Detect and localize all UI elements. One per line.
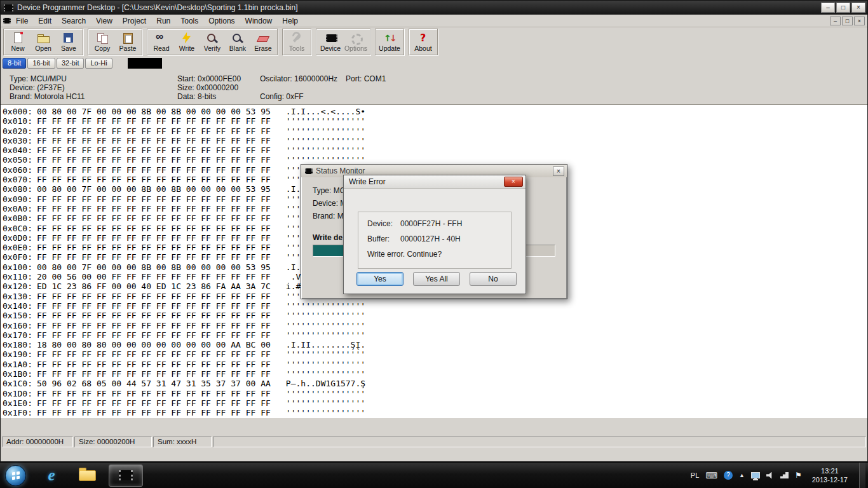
write-error-close-icon[interactable]: × <box>504 177 523 187</box>
hex-ascii: '''''''''''''''' <box>286 116 365 126</box>
hex-row[interactable]: 0x030:FF FF FF FF FF FF FF FF FF FF FF F… <box>3 136 867 146</box>
menu-item-tools[interactable]: Tools <box>175 15 203 27</box>
blank-button[interactable]: Blank <box>225 30 250 54</box>
mdi-restore-button[interactable]: □ <box>842 17 853 25</box>
verify-button[interactable]: Verify <box>200 30 225 54</box>
device-programmer-taskbar-button[interactable] <box>109 464 143 487</box>
paste-button[interactable]: Paste <box>115 30 140 54</box>
hex-bytes: FF FF FF FF FF FF FF FF FF FF FF FF FF F… <box>37 175 271 184</box>
info-line: Size: 0x00000200 <box>177 83 260 92</box>
hex-row[interactable]: 0x1F0:FF FF FF FF FF FF FF FF FF FF FF F… <box>3 408 867 417</box>
system-tray: PL ⌨ ? ▲ ⚑ 13:21 2013-12-17 <box>691 463 868 488</box>
write-error-title: Write Error <box>349 177 504 186</box>
menu-item-edit[interactable]: Edit <box>33 15 57 27</box>
menu-item-help[interactable]: Help <box>277 15 303 27</box>
explorer-taskbar-button[interactable] <box>69 463 105 488</box>
tab-16-bit[interactable]: 16-bit <box>27 58 55 69</box>
tab-8-bit[interactable]: 8-bit <box>3 58 26 69</box>
hex-ascii: '''''''''''''''' <box>286 330 365 340</box>
hex-row[interactable]: 0x140:FF FF FF FF FF FF FF FF FF FF FF F… <box>3 301 867 311</box>
open-button[interactable]: Open <box>31 30 56 54</box>
tab-32-bit[interactable]: 32-bit <box>57 58 85 69</box>
hex-address: 0x150: <box>3 311 37 320</box>
close-button[interactable]: × <box>851 3 865 13</box>
options-button[interactable]: Options <box>343 30 369 54</box>
menu-item-file[interactable]: File <box>11 15 33 27</box>
hex-row[interactable]: 0x040:FF FF FF FF FF FF FF FF FF FF FF F… <box>3 146 867 155</box>
hex-row[interactable]: 0x150:FF FF FF FF FF FF FF FF FF FF FF F… <box>3 311 867 320</box>
network-signal-icon[interactable] <box>780 472 789 478</box>
hex-row[interactable]: 0x180:18 80 00 80 80 00 00 00 00 00 00 0… <box>3 340 867 349</box>
yes-all-button[interactable]: Yes All <box>413 272 460 286</box>
hex-address: 0x0C0: <box>3 224 37 233</box>
hex-address: 0x120: <box>3 281 37 291</box>
display-tray-icon[interactable] <box>751 472 760 478</box>
show-desktop-button[interactable] <box>859 463 865 488</box>
device-info-panel: Type: MCU/MPUDevice: (2F37E)Brand: Motor… <box>1 69 867 104</box>
status-monitor-close-icon[interactable]: × <box>553 166 564 176</box>
browser-taskbar-button[interactable]: e <box>34 463 69 488</box>
tab-lo-hi[interactable]: Lo-Hi <box>85 58 112 69</box>
erase-button[interactable]: Erase <box>250 30 276 54</box>
toolbar-button-label: Copy <box>95 44 111 52</box>
hex-address: 0x100: <box>3 262 37 272</box>
toolbar-button-label: Paste <box>119 44 137 52</box>
hex-row[interactable]: 0x1E0:FF FF FF FF FF FF FF FF FF FF FF F… <box>3 398 867 408</box>
hex-address: 0x190: <box>3 349 37 359</box>
titlebar: Device Programmer Desktop - [C:\Users\Ke… <box>1 1 867 15</box>
hex-row[interactable]: 0x1B0:FF FF FF FF FF FF FF FF FF FF FF F… <box>3 369 867 379</box>
read-button[interactable]: Read <box>149 30 174 54</box>
yes-button[interactable]: Yes <box>356 272 403 286</box>
mdi-minimize-button[interactable]: – <box>830 17 841 25</box>
minimize-button[interactable]: – <box>821 3 835 13</box>
taskbar-clock[interactable]: 13:21 2013-12-17 <box>812 466 848 484</box>
update-button[interactable]: Update <box>377 30 402 54</box>
new-button[interactable]: New <box>5 30 31 54</box>
menu-item-window[interactable]: Window <box>240 15 278 27</box>
hex-row[interactable]: 0x000:00 80 00 7F 00 00 00 8B 00 8B 00 0… <box>3 107 867 116</box>
hex-bytes: FF FF FF FF FF FF FF FF FF FF FF FF FF F… <box>37 389 271 398</box>
hex-bytes: FF FF FF FF FF FF FF FF FF FF FF FF FF F… <box>37 146 271 155</box>
copy-button[interactable]: Copy <box>90 30 115 54</box>
window-title: Device Programmer Desktop - [C:\Users\Ke… <box>17 3 821 12</box>
start-button[interactable] <box>5 465 26 486</box>
about-button[interactable]: About <box>410 30 436 54</box>
toolbar-button-label: Tools <box>289 44 305 52</box>
about-icon <box>417 32 430 44</box>
erase-icon <box>257 32 269 44</box>
hex-row[interactable]: 0x1D0:FF FF FF FF FF FF FF FF FF FF FF F… <box>3 389 867 398</box>
mdi-close-button[interactable]: × <box>854 17 865 25</box>
toolbar-group: NewOpenSave <box>3 29 83 55</box>
hex-row[interactable]: 0x020:FF FF FF FF FF FF FF FF FF FF FF F… <box>3 126 867 136</box>
menu-item-options[interactable]: Options <box>203 15 240 27</box>
info-line: Port: COM1 <box>346 74 386 83</box>
menu-item-run[interactable]: Run <box>151 15 175 27</box>
help-tray-icon[interactable]: ? <box>724 471 733 480</box>
language-indicator[interactable]: PL <box>691 471 699 479</box>
hex-row[interactable]: 0x190:FF FF FF FF FF FF FF FF FF FF FF F… <box>3 349 867 359</box>
save-button[interactable]: Save <box>56 30 81 54</box>
hex-address: 0x080: <box>3 184 37 194</box>
menu-item-project[interactable]: Project <box>118 15 151 27</box>
device-button[interactable]: Device <box>318 30 343 54</box>
no-button[interactable]: No <box>470 272 517 286</box>
menubar: FileEditSearchViewProjectRunToolsOptions… <box>1 15 867 27</box>
keyboard-icon[interactable]: ⌨ <box>705 471 717 480</box>
menu-item-view[interactable]: View <box>91 15 118 27</box>
action-center-flag-icon[interactable]: ⚑ <box>795 471 802 480</box>
hex-row[interactable]: 0x1A0:FF FF FF FF FF FF FF FF FF FF FF F… <box>3 360 867 369</box>
hidden-icons-chevron[interactable]: ▲ <box>739 472 745 478</box>
menu-item-search[interactable]: Search <box>57 15 91 27</box>
error-message: Write error. Continue? <box>367 249 502 262</box>
hex-row[interactable]: 0x010:FF FF FF FF FF FF FF FF FF FF FF F… <box>3 116 867 126</box>
toolbar-button-label: Erase <box>254 44 271 52</box>
hex-row[interactable]: 0x160:FF FF FF FF FF FF FF FF FF FF FF F… <box>3 321 867 330</box>
hex-row[interactable]: 0x1C0:50 96 02 68 05 00 44 57 31 47 31 3… <box>3 379 867 388</box>
tools-button[interactable]: Tools <box>284 30 309 54</box>
write-error-detail-group: Device: 0000FF27H - FFH Buffer: 00000127… <box>358 212 512 269</box>
maximize-button[interactable]: □ <box>836 3 850 13</box>
hex-row[interactable]: 0x170:FF FF FF FF FF FF FF FF FF FF FF F… <box>3 330 867 340</box>
write-button[interactable]: Write <box>174 30 200 54</box>
hex-address: 0x030: <box>3 136 37 146</box>
volume-icon[interactable] <box>766 472 774 479</box>
